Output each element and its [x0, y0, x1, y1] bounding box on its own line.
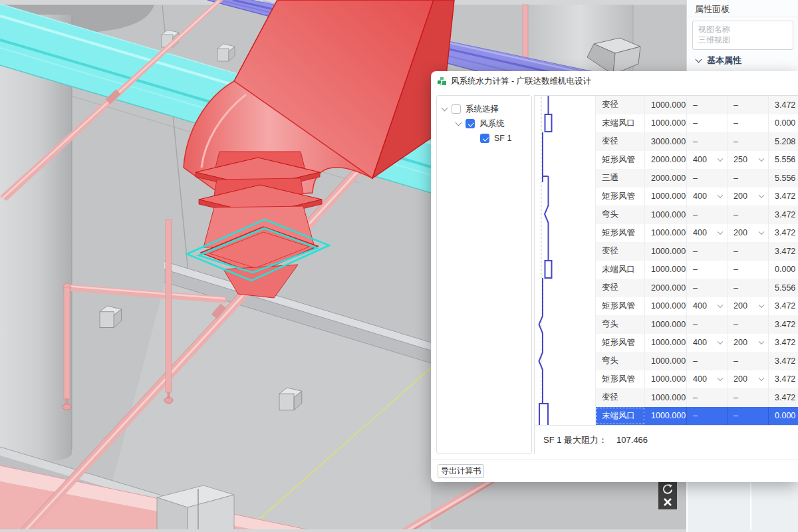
table-cell[interactable]: 0.000 [769, 114, 798, 133]
checkbox-air-system[interactable] [466, 119, 475, 128]
table-row[interactable]: 末端风口1000.000––0.000 [535, 261, 798, 279]
table-cell[interactable]: 3.472 [769, 96, 798, 114]
rotate-view-icon[interactable] [662, 483, 674, 495]
table-cell[interactable]: 5.208 [769, 132, 798, 151]
table-cell[interactable]: – [687, 352, 728, 370]
tree-item-sf1[interactable]: SF 1 [480, 132, 511, 145]
chevron-down-icon[interactable] [759, 376, 764, 381]
table-cell[interactable]: – [687, 169, 728, 188]
table-row[interactable]: 矩形风管2000.0004002505.556 [535, 151, 798, 170]
table-cell[interactable]: 3.472 [769, 352, 798, 370]
table-row[interactable]: 弯头1000.000––3.472 [535, 205, 798, 224]
chevron-down-icon[interactable] [759, 193, 764, 198]
table-cell[interactable]: – [687, 132, 728, 151]
table-cell[interactable]: 1000.000 [645, 114, 687, 133]
chevron-down-icon[interactable] [718, 303, 723, 308]
table-cell[interactable]: – [728, 407, 769, 426]
table-cell[interactable]: 弯头 [596, 315, 645, 334]
table-cell[interactable]: – [728, 261, 769, 279]
table-cell[interactable]: 3000.000 [645, 132, 687, 151]
table-cell[interactable]: 1000.000 [645, 261, 687, 279]
table-cell[interactable]: 1000.000 [645, 407, 687, 426]
table-cell[interactable]: 三通 [596, 169, 645, 188]
table-cell[interactable]: 250 [728, 151, 769, 170]
table-cell[interactable]: – [687, 388, 728, 407]
table-cell[interactable]: 5.556 [769, 151, 798, 170]
chevron-down-icon[interactable] [718, 193, 723, 198]
chevron-down-icon[interactable] [759, 303, 764, 308]
table-cell[interactable]: 变径 [596, 96, 645, 114]
table-row[interactable]: 变径2000.000––5.556 [535, 279, 798, 297]
table-row[interactable]: 变径1000.000––3.472 [535, 388, 798, 407]
table-cell[interactable]: 400 [687, 370, 728, 389]
table-cell[interactable]: – [728, 132, 769, 151]
table-cell[interactable]: – [728, 96, 769, 114]
table-cell[interactable]: 3.472 [769, 334, 798, 352]
table-cell[interactable]: 1000.000 [645, 297, 687, 316]
table-cell[interactable]: 1000.000 [645, 315, 687, 334]
table-cell[interactable]: 变径 [596, 279, 645, 297]
table-cell[interactable]: 末端风口 [596, 261, 645, 279]
chevron-down-icon[interactable] [442, 105, 448, 112]
table-cell[interactable]: – [728, 114, 769, 133]
table-row[interactable]: 矩形风管1000.0004002003.472 [535, 224, 798, 243]
table-row[interactable]: 弯头1000.000––3.472 [535, 352, 798, 370]
chevron-down-icon[interactable] [759, 229, 764, 235]
table-cell[interactable]: 200 [728, 224, 769, 243]
table-cell[interactable]: 变径 [596, 388, 645, 407]
table-cell[interactable]: 200 [728, 370, 769, 389]
chevron-down-icon[interactable] [759, 339, 764, 344]
table-cell[interactable]: 0.000 [769, 261, 798, 279]
chevron-down-icon[interactable] [718, 339, 723, 344]
table-cell[interactable]: 弯头 [596, 352, 645, 370]
table-cell[interactable]: – [728, 279, 769, 297]
table-cell[interactable]: 矩形风管 [596, 224, 645, 243]
basic-properties-section[interactable]: 基本属性 [696, 55, 741, 66]
table-row[interactable]: 变径3000.000––5.208 [535, 132, 798, 151]
table-cell[interactable]: 末端风口 [596, 114, 645, 133]
table-cell[interactable]: 1000.000 [645, 188, 687, 206]
table-cell[interactable]: 3.472 [769, 205, 798, 224]
table-cell[interactable]: 2000.000 [645, 279, 687, 297]
table-row[interactable]: 三通2000.000––5.556 [535, 169, 798, 188]
table-row[interactable]: 矩形风管1000.0004002003.472 [535, 334, 798, 352]
table-cell[interactable]: 变径 [596, 242, 645, 261]
table-cell[interactable]: 3.472 [769, 188, 798, 206]
table-cell[interactable]: 200 [728, 334, 769, 352]
table-cell[interactable]: – [687, 96, 728, 114]
table-cell[interactable]: 200 [728, 188, 769, 206]
table-cell[interactable]: 3.472 [769, 242, 798, 261]
table-cell[interactable]: 400 [687, 151, 728, 170]
table-row[interactable]: 末端风口1000.000––0.000 [535, 407, 798, 426]
tree-item-air-system[interactable]: 风系统 [456, 117, 505, 130]
table-cell[interactable]: – [687, 315, 728, 334]
table-cell[interactable]: – [687, 205, 728, 224]
table-cell[interactable]: 矩形风管 [596, 297, 645, 316]
table-cell[interactable]: – [687, 261, 728, 279]
checkbox-system-select[interactable] [452, 104, 461, 114]
table-cell[interactable]: 1000.000 [645, 370, 687, 389]
chevron-down-icon[interactable] [718, 229, 723, 235]
view-name-field[interactable]: 视图名称 三维视图 [692, 21, 793, 50]
table-cell[interactable]: 3.472 [769, 388, 798, 407]
table-row[interactable]: 变径1000.000––3.472 [535, 242, 798, 261]
dialog-titlebar[interactable]: 风系统水力计算 - 广联达数维机电设计 [431, 71, 798, 91]
table-cell[interactable]: 2000.000 [645, 151, 687, 170]
table-cell[interactable]: – [728, 169, 769, 188]
table-cell[interactable]: 1000.000 [645, 96, 687, 114]
chevron-down-icon[interactable] [759, 156, 764, 162]
table-cell[interactable]: 3.472 [769, 297, 798, 316]
chevron-down-icon[interactable] [718, 156, 723, 162]
table-cell[interactable]: 400 [687, 224, 728, 243]
tree-item-system-select[interactable]: 系统选择 [442, 102, 499, 116]
table-cell[interactable]: 400 [687, 334, 728, 352]
table-cell[interactable]: 1000.000 [645, 242, 687, 261]
table-cell[interactable]: 变径 [596, 132, 645, 151]
table-cell[interactable]: 1000.000 [645, 388, 687, 407]
table-cell[interactable]: – [687, 407, 728, 426]
table-cell[interactable]: 200 [728, 297, 769, 316]
chevron-down-icon[interactable] [456, 120, 462, 126]
table-cell[interactable]: – [687, 279, 728, 297]
table-cell[interactable]: 矩形风管 [596, 334, 645, 352]
table-cell[interactable]: 1000.000 [645, 334, 687, 352]
